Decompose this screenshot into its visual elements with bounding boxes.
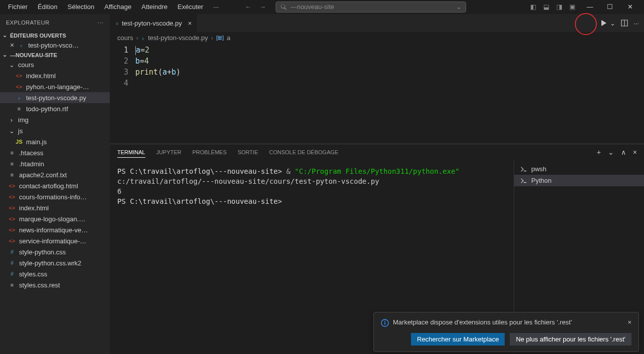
session-label: Python: [531, 177, 551, 184]
file-item[interactable]: <>service-informatique-…: [0, 235, 110, 246]
editor-more-icon[interactable]: ···: [633, 20, 639, 27]
tab-problems[interactable]: PROBLÈMES: [192, 147, 227, 157]
window-maximize[interactable]: ☐: [600, 0, 620, 14]
rtf-file-icon: ≡: [8, 172, 16, 178]
layout-left-icon[interactable]: ◧: [528, 2, 539, 13]
breadcrumb-folder[interactable]: cours: [117, 34, 133, 42]
file-item[interactable]: <>pyhon.-un-langage-…: [0, 81, 110, 92]
file-item[interactable]: <>news-informatique-ve…: [0, 224, 110, 235]
open-editor-item[interactable]: × ⬨ test-pyton-vsco…: [0, 40, 110, 51]
html-file-icon: <>: [8, 205, 16, 211]
rtf-file-icon: ≡: [8, 161, 16, 167]
editor-tab[interactable]: ⬨ test-pyton-vscode.py ×: [110, 14, 197, 32]
svg-point-3: [384, 321, 385, 322]
folder-item[interactable]: ⌄cours: [0, 59, 110, 70]
html-file-icon: <>: [8, 238, 16, 244]
terminal-dropdown-icon[interactable]: ⌄: [608, 148, 614, 156]
terminal-session-pwsh[interactable]: pwsh: [514, 163, 644, 175]
dismiss-button[interactable]: Ne plus afficher pour les fichiers '.res…: [510, 333, 631, 345]
layout-right-icon[interactable]: ◨: [554, 2, 565, 13]
tab-output[interactable]: SORTIE: [238, 147, 258, 157]
search-marketplace-button[interactable]: Rechercher sur Marketplace: [411, 333, 505, 345]
file-item[interactable]: ≡.htacess: [0, 147, 110, 158]
file-item[interactable]: ≡.htadmin: [0, 158, 110, 169]
tab-jupyter[interactable]: JUPYTER: [156, 147, 181, 157]
command-center[interactable]: ---nouveau-site ⌄: [276, 2, 466, 13]
new-terminal-icon[interactable]: +: [597, 148, 601, 156]
file-item[interactable]: ≡styles.css.rest: [0, 279, 110, 290]
file-item[interactable]: ≡apache2.conf.txt: [0, 169, 110, 180]
breadcrumb-symbol[interactable]: a: [227, 34, 231, 42]
nav-forward-icon[interactable]: →: [259, 3, 266, 11]
code-content[interactable]: a=2 b=4 print(a+b): [135, 45, 644, 144]
chevron-down-icon: ⌄: [1, 32, 8, 39]
file-item[interactable]: #style-python.css.wrk2: [0, 257, 110, 268]
file-name: index.html: [19, 204, 49, 212]
breadcrumbs[interactable]: cours › ⬨ test-pyton-vscode.py › [⊞] a: [110, 32, 644, 44]
rtf-file-icon: ≡: [15, 106, 23, 112]
file-name: index.html: [26, 72, 56, 80]
python-file-icon: ⬨: [115, 20, 119, 27]
file-item[interactable]: JSmain.js: [0, 136, 110, 147]
html-file-icon: <>: [8, 227, 16, 233]
folder-name: cours: [18, 61, 34, 69]
open-editors-header[interactable]: ⌄ ÉDITEURS OUVERTS: [0, 31, 110, 40]
notification-toast: Marketplace dispose d'extensions utiles …: [373, 312, 639, 352]
close-icon[interactable]: ×: [10, 41, 14, 49]
explorer-title: EXPLORATEUR: [6, 20, 50, 26]
split-editor-icon[interactable]: [620, 19, 628, 27]
tab-close-icon[interactable]: ×: [188, 20, 192, 27]
menu-fichier[interactable]: Fichier: [4, 2, 32, 12]
file-name: news-informatique-ve…: [19, 226, 88, 234]
file-item[interactable]: <>index.html: [0, 70, 110, 81]
folder-item[interactable]: ›img: [0, 114, 110, 125]
file-item[interactable]: <>cours-formations-info…: [0, 191, 110, 202]
close-icon[interactable]: ×: [627, 318, 631, 326]
workspace-label: ---NOUVEAU-SITE: [10, 52, 57, 58]
file-item[interactable]: <>marque-logo-slogan.…: [0, 213, 110, 224]
menu-edition[interactable]: Édition: [34, 2, 62, 12]
chevron-down-icon: ⌄: [456, 3, 462, 11]
explorer-more-icon[interactable]: ···: [98, 20, 104, 26]
file-item[interactable]: #styles.css: [0, 268, 110, 279]
layout-custom-icon[interactable]: ▣: [567, 2, 578, 13]
file-item[interactable]: <>contact-artoflog.html: [0, 180, 110, 191]
close-panel-icon[interactable]: ×: [633, 148, 637, 156]
run-icon[interactable]: [600, 19, 608, 27]
menu-atteindre[interactable]: Atteindre: [137, 2, 171, 12]
file-item[interactable]: #style-python.css: [0, 246, 110, 257]
file-name: marque-logo-slogan.…: [19, 215, 85, 223]
menu-overflow[interactable]: ···: [209, 2, 223, 12]
file-item[interactable]: <>index.html: [0, 202, 110, 213]
folder-name: img: [18, 116, 29, 124]
folder-item[interactable]: ⌄js: [0, 125, 110, 136]
terminal-icon: [520, 177, 527, 184]
breadcrumb-file[interactable]: test-pyton-vscode.py: [148, 34, 208, 42]
terminal-session-python[interactable]: Python: [514, 175, 644, 186]
rtf-file-icon: ≡: [8, 150, 16, 156]
tab-terminal[interactable]: TERMINAL: [117, 147, 145, 158]
maximize-panel-icon[interactable]: ∧: [621, 148, 626, 156]
session-label: pwsh: [531, 165, 546, 173]
search-icon: [280, 4, 287, 11]
file-name: .htadmin: [19, 160, 44, 168]
menu-affichage[interactable]: Affichage: [100, 2, 135, 12]
chevron-icon: ⌄: [8, 61, 15, 69]
tab-debug-console[interactable]: CONSOLE DE DÉBOGAGE: [269, 147, 338, 157]
menu-selection[interactable]: Sélection: [64, 2, 98, 12]
chevron-icon: ⌄: [8, 127, 15, 135]
layout-bottom-icon[interactable]: ⬓: [541, 2, 552, 13]
menu-executer[interactable]: Exécuter: [173, 2, 207, 12]
window-minimize[interactable]: —: [580, 0, 600, 14]
window-close[interactable]: ✕: [620, 0, 640, 14]
file-item[interactable]: ⬨test-pyton-vscode.py: [0, 92, 110, 103]
nav-back-icon[interactable]: ←: [245, 3, 251, 11]
file-item[interactable]: ≡todo-python.rtf: [0, 103, 110, 114]
code-editor[interactable]: 1234 a=2 b=4 print(a+b): [110, 44, 644, 144]
html-file-icon: <>: [8, 183, 16, 189]
open-editors-label: ÉDITEURS OUVERTS: [10, 33, 66, 39]
run-dropdown-icon[interactable]: ⌄: [610, 20, 615, 27]
workspace-header[interactable]: ⌄ ---NOUVEAU-SITE: [0, 51, 110, 59]
open-editor-filename: test-pyton-vsco…: [28, 42, 79, 49]
file-name: cours-formations-info…: [19, 193, 87, 201]
